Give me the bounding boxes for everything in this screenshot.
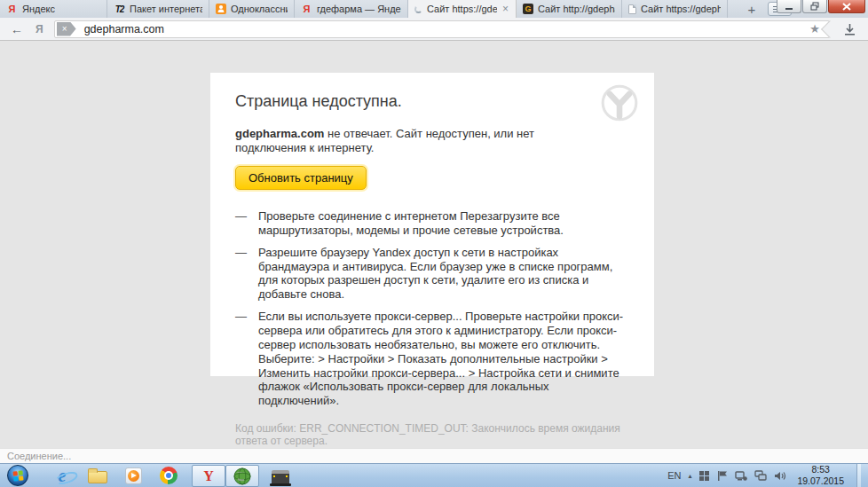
url-text: gdepharma.com <box>84 23 164 35</box>
tip-dash: — <box>235 246 247 302</box>
hidden-icons-arrow[interactable]: ▴ <box>688 472 691 480</box>
blocked-badge-icon[interactable]: × <box>57 22 76 36</box>
yandex-favicon: Я <box>301 4 312 15</box>
close-button[interactable] <box>828 0 865 13</box>
volume-icon[interactable] <box>774 470 786 482</box>
tab-label: Одноклассники <box>231 4 288 14</box>
yandex-home-icon[interactable]: Я <box>36 23 43 35</box>
tab-label: Сайт https://gdephar <box>641 4 721 14</box>
yandex-browser-icon: Y <box>203 468 214 484</box>
error-code: Код ошибки: ERR_CONNECTION_TIMED_OUT: За… <box>235 422 629 447</box>
g-favicon: G <box>523 4 533 14</box>
address-bar: ← Я × gdepharma.com ★ <box>0 18 868 41</box>
tip-item: — Разрешите браузеру Yandex доступ к сет… <box>235 246 629 302</box>
windows-logo-icon <box>12 470 23 481</box>
tip-item: — Если вы используете прокси-сервер... П… <box>235 310 629 408</box>
tab-site-https-active[interactable]: Сайт https://gdephar × <box>408 0 517 18</box>
globe-icon <box>233 467 251 485</box>
tab-label: Пакет интернета : Кр <box>130 4 202 14</box>
tray-date: 19.07.2015 <box>797 475 844 487</box>
tray-squares-icon[interactable] <box>698 470 710 482</box>
tab-label: Яндекс <box>22 4 55 14</box>
folder-icon <box>88 471 107 483</box>
tab-site-http[interactable]: G Сайт http://gdepharm <box>517 0 622 18</box>
tray-time: 8:53 <box>797 464 844 475</box>
tab-label: Сайт https://gdephar <box>427 4 497 14</box>
status-text: Соединение... <box>7 451 71 461</box>
loading-spinner-icon <box>414 5 422 13</box>
tele2-favicon: Т2 <box>114 4 125 15</box>
device-icon <box>272 470 289 483</box>
action-center-flag-icon[interactable] <box>717 470 728 482</box>
odnoklassniki-favicon <box>216 4 226 14</box>
reload-page-button[interactable]: Обновить страницу <box>235 166 367 190</box>
media-player-icon <box>125 467 142 484</box>
new-tab-button[interactable]: + <box>740 0 763 18</box>
tab-site-https-2[interactable]: Сайт https://gdephar <box>622 0 728 18</box>
tab-label: гдефарма — Яндекс: <box>317 4 401 14</box>
error-message: gdepharma.com не отвечает. Сайт недоступ… <box>235 127 564 155</box>
window-controls <box>776 0 865 13</box>
taskbar-globe-app-active[interactable] <box>225 465 259 487</box>
start-button[interactable] <box>0 464 36 487</box>
language-indicator[interactable]: EN <box>667 470 681 481</box>
internet-explorer-icon: e <box>59 467 67 484</box>
taskbar: e Y EN ▴ <box>0 463 868 487</box>
url-tail-decoration <box>821 20 839 38</box>
chrome-icon <box>160 467 178 484</box>
taskbar-explorer[interactable] <box>80 464 115 487</box>
yandex-browser-logo-icon <box>601 84 638 125</box>
tab-odnoklassniki[interactable]: Одноклассники <box>209 0 295 18</box>
tab-gdefarma-search[interactable]: Я гдефарма — Яндекс: <box>295 0 408 18</box>
error-card: Страница недоступна. gdepharma.com не от… <box>210 73 654 376</box>
tip-item: — Проверьте соединение с интернетом Пере… <box>235 209 629 238</box>
browser-viewport: Страница недоступна. gdepharma.com не от… <box>0 41 868 448</box>
taskbar-device-app[interactable] <box>263 464 298 487</box>
tip-dash: — <box>235 209 247 238</box>
taskbar-ie[interactable]: e <box>44 464 80 487</box>
network-icon[interactable] <box>754 470 767 482</box>
page-favicon <box>628 4 636 14</box>
tab-yandex[interactable]: Я Яндекс <box>0 0 107 18</box>
show-desktop-button[interactable] <box>856 464 861 487</box>
page-title: Страница недоступна. <box>235 92 629 111</box>
bookmark-star-icon[interactable]: ★ <box>809 22 820 35</box>
tip-dash: — <box>235 310 247 408</box>
download-icon[interactable] <box>844 23 856 35</box>
back-icon[interactable]: ← <box>11 22 23 36</box>
yandex-favicon: Я <box>6 4 18 15</box>
tab-tele2[interactable]: Т2 Пакет интернета : Кр <box>107 0 209 18</box>
troubleshooting-tips: — Проверьте соединение с интернетом Пере… <box>235 209 629 408</box>
safely-remove-hardware-icon[interactable] <box>735 470 747 482</box>
clock[interactable]: 8:53 19.07.2015 <box>797 464 844 487</box>
restore-button[interactable] <box>802 0 827 13</box>
taskbar-yandex-browser-active[interactable]: Y <box>192 465 225 487</box>
url-input[interactable]: × gdepharma.com ★ <box>54 20 830 38</box>
taskbar-media-player[interactable] <box>115 464 151 487</box>
minimize-button[interactable] <box>777 0 801 13</box>
tab-close-icon[interactable]: × <box>501 4 509 14</box>
status-bar: Соединение... <box>0 448 868 463</box>
taskbar-chrome[interactable] <box>151 464 186 487</box>
tab-strip: Я Яндекс Т2 Пакет интернета : Кр Однокла… <box>0 0 868 18</box>
error-domain: gdepharma.com <box>235 127 324 140</box>
tab-label: Сайт http://gdepharm <box>538 4 615 14</box>
system-tray: EN ▴ 8:53 19.07.2015 <box>667 464 868 487</box>
